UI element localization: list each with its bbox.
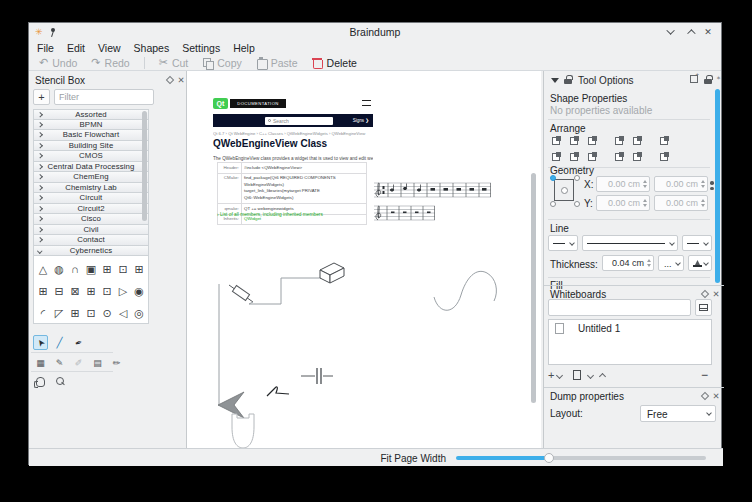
pattern-tool-button[interactable]: ▦: [33, 355, 48, 370]
detach-panel-icon[interactable]: [690, 75, 698, 83]
zoom-slider-track[interactable]: [549, 456, 706, 460]
panel-scrollbar[interactable]: [715, 89, 720, 283]
line-style-dropdown[interactable]: [582, 235, 678, 251]
stencil-shape[interactable]: ⊞: [99, 260, 115, 278]
float-dock-button[interactable]: [700, 391, 710, 401]
menu-file[interactable]: File: [37, 42, 54, 54]
object-order-raise-icon[interactable]: [568, 134, 581, 147]
stencil-shape[interactable]: ⊞: [131, 260, 147, 278]
ungroup-objects-icon[interactable]: [658, 150, 671, 163]
stencil-category-circuit2[interactable]: Circuit2: [33, 204, 149, 215]
stencil-category-basic-flowchart[interactable]: Basic Flowchart: [33, 130, 149, 141]
calligraphy-tool-button[interactable]: ✒: [71, 335, 86, 350]
close-dock-button[interactable]: ✕: [711, 289, 721, 299]
close-button[interactable]: ✕: [699, 25, 717, 39]
whiteboard-options-button[interactable]: [695, 299, 712, 316]
spin-arrows-icon[interactable]: [700, 199, 705, 207]
align-horizontal-center-icon[interactable]: [631, 134, 644, 147]
stencil-category-building-site[interactable]: Building Site: [33, 141, 149, 152]
pen-tool-button[interactable]: ✎: [52, 355, 67, 370]
stencil-shape[interactable]: ⊡: [115, 260, 131, 278]
stencil-shape[interactable]: ⊙: [99, 304, 115, 322]
pencil-tool-button[interactable]: ✏: [109, 355, 124, 370]
stencil-category-civil[interactable]: Civil: [33, 225, 149, 236]
titlebar[interactable]: ✳ Braindump ✕: [29, 23, 721, 41]
whiteboard-canvas[interactable]: Qt DOCUMENTATION Search Signs ❯ Qt 6.7 ›…: [187, 71, 541, 448]
line-cap-dropdown[interactable]: [548, 235, 578, 251]
close-dock-button[interactable]: ✕: [176, 75, 186, 85]
delete-button[interactable]: Delete: [312, 57, 357, 69]
stencil-shape[interactable]: ∩: [67, 260, 83, 278]
object-order-lower-icon[interactable]: [550, 150, 563, 163]
pan-tool-button[interactable]: [33, 374, 48, 389]
move-up-icon[interactable]: [599, 373, 606, 380]
stencil-category-circuit[interactable]: Circuit: [33, 193, 149, 204]
settings-gear-icon[interactable]: ✶: [716, 75, 721, 81]
height-spinbox[interactable]: 0.00 cm: [654, 195, 708, 211]
add-whiteboard-button[interactable]: +: [548, 370, 554, 381]
float-dock-button[interactable]: [700, 289, 710, 299]
thickness-spinbox[interactable]: 0.04 cm: [602, 255, 654, 271]
stencil-shape[interactable]: ◉: [131, 282, 147, 300]
object-order-back-icon[interactable]: [586, 134, 599, 147]
spin-arrows-icon[interactable]: [642, 199, 647, 207]
stencil-shape[interactable]: ◸: [51, 304, 67, 322]
zoom-tool-button[interactable]: [52, 374, 67, 389]
stencil-shape[interactable]: ⊞: [83, 282, 99, 300]
layout-dropdown[interactable]: Free: [640, 405, 716, 422]
collapse-panel-icon[interactable]: [551, 78, 559, 83]
move-down-icon[interactable]: [587, 371, 594, 378]
lock-icon[interactable]: [564, 75, 572, 84]
maximize-button[interactable]: [681, 25, 699, 39]
stencil-shape[interactable]: ⊠: [67, 282, 83, 300]
position-anchor-widget[interactable]: [550, 175, 580, 207]
y-position-spinbox[interactable]: 0.00 cm: [596, 195, 650, 211]
spin-arrows-icon[interactable]: [646, 259, 651, 267]
whiteboard-name-input[interactable]: [548, 299, 691, 316]
menu-help[interactable]: Help: [233, 42, 255, 54]
menu-shapes[interactable]: Shapes: [134, 42, 170, 54]
stencil-filter-input[interactable]: [54, 89, 154, 105]
stencil-category-contact[interactable]: Contact: [33, 235, 149, 246]
close-dock-button[interactable]: ✕: [711, 391, 721, 401]
stencil-category-chemeng[interactable]: ChemEng: [33, 172, 149, 183]
minimize-button[interactable]: [663, 25, 681, 39]
menu-view[interactable]: View: [98, 42, 121, 54]
whiteboard-list-item[interactable]: Untitled 1: [549, 320, 711, 336]
object-order-front-icon[interactable]: [550, 134, 563, 147]
chevron-down-icon[interactable]: [556, 371, 563, 378]
remove-whiteboard-button[interactable]: −: [701, 368, 708, 382]
anchor-bottomleft[interactable]: [550, 201, 556, 207]
align-vertical-top-icon[interactable]: [568, 150, 581, 163]
align-horizontal-right-icon[interactable]: [613, 150, 626, 163]
align-vertical-center-icon[interactable]: [586, 150, 599, 163]
menu-edit[interactable]: Edit: [67, 42, 85, 54]
stencil-category-cybernetics[interactable]: Cybernetics: [33, 246, 149, 257]
align-horizontal-left-icon[interactable]: [613, 134, 626, 147]
stencil-shape[interactable]: ▣: [83, 260, 99, 278]
page-icon[interactable]: [573, 370, 581, 380]
stencil-category-cmos[interactable]: CMOS: [33, 151, 149, 162]
stencil-shape[interactable]: ⊡: [99, 282, 115, 300]
stencil-shape[interactable]: ◜: [35, 304, 51, 322]
canvas-vertical-scrollbar[interactable]: [531, 173, 536, 403]
align-vertical-bottom-icon[interactable]: [631, 150, 644, 163]
stencil-shape[interactable]: ▷: [115, 282, 131, 300]
stencil-shape[interactable]: ⊞: [67, 304, 83, 322]
width-spinbox[interactable]: 0.00 cm: [654, 176, 708, 192]
zoom-slider-track-filled[interactable]: [456, 456, 549, 460]
add-stencil-button[interactable]: +: [33, 89, 50, 105]
stencil-category-chemistry-lab[interactable]: Chemistry Lab: [33, 183, 149, 194]
menu-settings[interactable]: Settings: [182, 42, 220, 54]
image-tool-button[interactable]: ▤: [90, 355, 105, 370]
spin-arrows-icon[interactable]: [642, 180, 647, 188]
stencil-category-cisco[interactable]: Cisco: [33, 214, 149, 225]
zoom-slider-handle[interactable]: [544, 453, 554, 463]
x-position-spinbox[interactable]: 0.00 cm: [596, 176, 650, 192]
line-color-dropdown[interactable]: [688, 255, 712, 271]
line-tool-button[interactable]: ╱: [52, 335, 67, 350]
stencil-category-central-data-processing[interactable]: Central Data Processing: [33, 162, 149, 173]
link-width-height-icon[interactable]: [710, 181, 714, 192]
stencil-category-bpmn[interactable]: BPMN: [33, 120, 149, 131]
anchor-center[interactable]: [561, 187, 568, 194]
